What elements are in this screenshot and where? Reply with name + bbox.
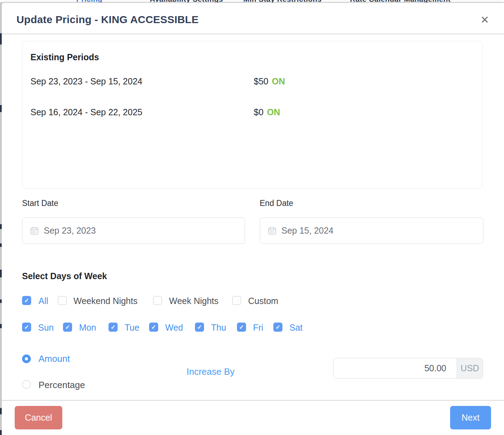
background-page-top-strip: Pricing Availability Settings Min Stay R… xyxy=(0,0,504,3)
radio-dot xyxy=(25,357,28,360)
checkbox-sun-label[interactable]: Sun xyxy=(38,323,54,333)
checkbox-wed-label[interactable]: Wed xyxy=(165,323,183,333)
background-edge-mark xyxy=(0,33,2,44)
currency-addon: USD xyxy=(457,358,483,378)
increase-by-link[interactable]: Increase By xyxy=(187,366,234,377)
modal-title: Update Pricing - KING ACCESSIBLE xyxy=(16,14,198,26)
cancel-button[interactable]: Cancel xyxy=(15,406,62,429)
radio-amount[interactable] xyxy=(22,354,31,363)
period-price-value: $0 xyxy=(254,107,264,117)
background-edge-mark xyxy=(0,430,2,435)
background-edge-mark xyxy=(0,408,2,414)
background-page-left-strip xyxy=(0,3,2,435)
checkbox-mon[interactable]: ✓ xyxy=(63,323,72,332)
background-tab-fragment: Availability Settings xyxy=(150,0,223,3)
checkbox-weekend-nights[interactable] xyxy=(58,296,67,305)
checkbox-sat[interactable]: ✓ xyxy=(273,323,282,332)
checkbox-weekend-nights-label[interactable]: Weekend Nights xyxy=(74,296,138,306)
checkbox-sun[interactable]: ✓ xyxy=(22,323,31,332)
period-row-range: Sep 23, 2023 - Sep 15, 2024 xyxy=(30,76,142,87)
end-date-value: Sep 15, 2024 xyxy=(281,226,334,236)
start-date-label: Start Date xyxy=(22,199,58,208)
start-date-value: Sep 23, 2023 xyxy=(44,226,96,236)
background-tab-fragment-active: Pricing xyxy=(76,0,103,3)
period-status-badge: ON xyxy=(272,76,285,86)
checkbox-custom-label[interactable]: Custom xyxy=(248,296,278,306)
existing-periods-panel: Existing Periods Sep 23, 2023 - Sep 15, … xyxy=(22,41,483,188)
period-price-value: $50 xyxy=(254,76,268,86)
period-row-price: $50ON xyxy=(254,76,285,87)
checkbox-thu[interactable]: ✓ xyxy=(195,323,204,332)
screen: Pricing Availability Settings Min Stay R… xyxy=(0,0,504,435)
update-pricing-modal: Update Pricing - KING ACCESSIBLE ✕ Exist… xyxy=(2,3,504,435)
background-edge-mark xyxy=(0,324,2,328)
radio-amount-label[interactable]: Amount xyxy=(38,353,70,364)
period-status-badge: ON xyxy=(267,107,280,117)
checkbox-week-nights-label[interactable]: Week Nights xyxy=(169,296,218,306)
start-date-input[interactable]: Sep 23, 2023 xyxy=(22,218,245,244)
close-icon[interactable]: ✕ xyxy=(477,12,492,27)
checkbox-sat-label[interactable]: Sat xyxy=(289,323,303,333)
period-row-range: Sep 16, 2024 - Sep 22, 2025 xyxy=(30,107,142,117)
period-row-price: $0ON xyxy=(254,107,280,117)
checkbox-fri-label[interactable]: Fri xyxy=(253,323,263,333)
background-tab-fragment: Rate Calendar Management xyxy=(350,0,450,3)
end-date-input[interactable]: Sep 15, 2024 xyxy=(260,218,483,244)
background-edge-mark xyxy=(0,243,2,247)
background-tab-fragment: Min Stay Restrictions xyxy=(243,0,322,3)
select-days-heading: Select Days of Week xyxy=(22,271,107,281)
checkbox-week-nights[interactable] xyxy=(153,296,162,305)
footer-divider xyxy=(0,400,504,401)
next-button[interactable]: Next xyxy=(450,406,491,429)
checkbox-tue[interactable]: ✓ xyxy=(108,323,118,332)
background-edge-mark xyxy=(0,105,2,112)
checkbox-all-label[interactable]: All xyxy=(38,296,48,306)
radio-percentage[interactable] xyxy=(22,380,31,389)
checkbox-custom[interactable] xyxy=(232,296,241,305)
checkbox-fri[interactable]: ✓ xyxy=(237,323,246,332)
checkbox-tue-label[interactable]: Tue xyxy=(125,323,139,333)
end-date-label: End Date xyxy=(260,199,293,208)
amount-input[interactable] xyxy=(334,358,457,378)
amount-input-group: USD xyxy=(333,358,483,379)
calendar-icon xyxy=(30,226,39,235)
background-edge-mark xyxy=(0,299,2,303)
radio-percentage-label[interactable]: Percentage xyxy=(38,380,85,391)
background-edge-mark xyxy=(0,224,2,229)
background-edge-mark xyxy=(0,270,2,277)
calendar-icon xyxy=(267,226,277,235)
checkbox-thu-label[interactable]: Thu xyxy=(211,323,226,333)
existing-periods-title: Existing Periods xyxy=(30,52,99,62)
checkbox-wed[interactable]: ✓ xyxy=(149,323,158,332)
header-divider xyxy=(2,34,504,34)
checkbox-all[interactable]: ✓ xyxy=(22,296,31,305)
checkbox-mon-label[interactable]: Mon xyxy=(79,323,96,333)
